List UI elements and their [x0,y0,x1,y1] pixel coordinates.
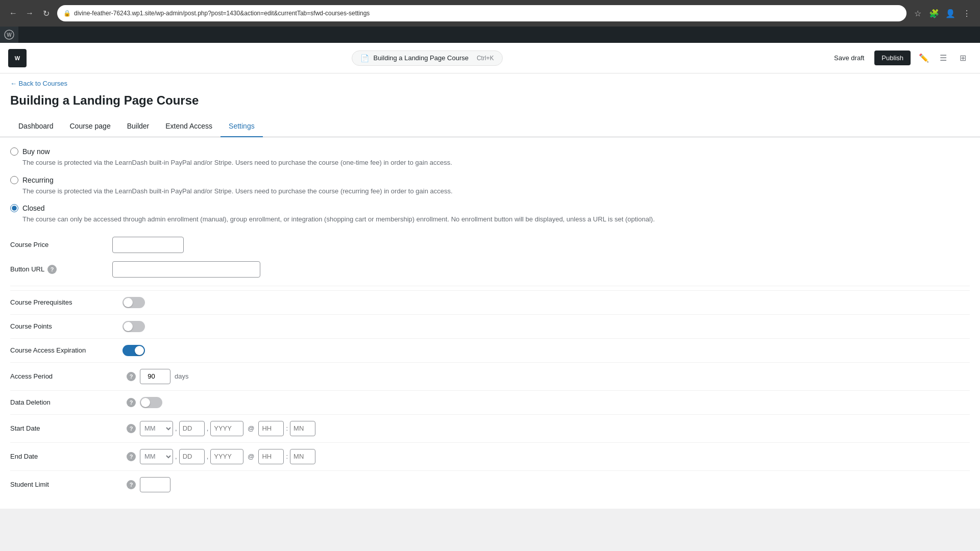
keyboard-shortcut: Ctrl+K [477,55,494,62]
course-access-expiration-control [122,345,145,356]
access-period-input[interactable] [140,369,170,384]
editor-view-buttons: ✏️ ☰ ⊞ [915,49,972,67]
browser-chrome: ← → ↻ 🔒 divine-feather-76243.wp1.site/wp… [0,0,980,27]
course-tabs: Dashboard Course page Builder Extend Acc… [0,116,980,137]
buy-now-radio[interactable] [10,147,18,156]
recurring-option: Recurring The course is protected via th… [10,176,970,196]
document-icon: 📄 [360,54,369,62]
post-title-bar: 📄 Building a Landing Page Course Ctrl+K [33,51,822,66]
start-date-hh-input[interactable] [258,421,284,436]
course-prerequisites-control [122,297,145,308]
tab-dashboard[interactable]: Dashboard [10,116,62,137]
wp-editor-logo: W [8,49,27,67]
course-prerequisites-label: Course Prerequisites [10,298,122,306]
lock-icon: 🔒 [63,10,71,17]
days-label: days [175,372,188,380]
button-url-help-icon[interactable]: ? [47,265,57,274]
publish-button[interactable]: Publish [874,51,911,65]
post-title-pill[interactable]: 📄 Building a Landing Page Course Ctrl+K [352,51,502,66]
student-limit-input[interactable] [140,477,170,492]
student-limit-help-icon[interactable]: ? [127,480,136,489]
course-points-label: Course Points [10,322,122,330]
start-date-mn-input[interactable] [290,421,315,436]
start-date-dd-input[interactable] [179,421,205,436]
post-title-text: Building a Landing Page Course [373,54,468,62]
extensions-icon[interactable]: 🧩 [927,6,941,20]
tab-extend-access[interactable]: Extend Access [157,116,220,137]
course-access-expiration-label: Course Access Expiration [10,346,122,354]
wp-admin-logo: W [0,27,18,43]
tab-settings[interactable]: Settings [220,116,263,137]
course-content: ← Back to Courses Building a Landing Pag… [0,73,980,509]
buy-now-label[interactable]: Buy now [22,147,50,156]
browser-nav-buttons: ← → ↻ [6,6,53,20]
button-url-label-row: Button URL ? [10,265,112,274]
start-date-label: Start Date [10,424,122,432]
course-points-row: Course Points [10,314,970,338]
tab-builder[interactable]: Builder [119,116,158,137]
save-draft-button[interactable]: Save draft [828,51,870,65]
end-date-label: End Date [10,453,122,460]
back-button[interactable]: ← [6,6,20,20]
start-date-mm-select[interactable]: MM [140,421,173,436]
settings-content: Buy now The course is protected via the … [0,137,980,509]
end-date-mm-select[interactable]: MM [140,449,173,464]
start-date-yyyy-input[interactable] [210,421,243,436]
course-access-expiration-toggle[interactable] [122,345,145,356]
end-date-row: End Date ? MM , , @ : [10,442,970,470]
recurring-label[interactable]: Recurring [22,176,54,184]
access-period-help-icon[interactable]: ? [127,372,136,381]
forward-button[interactable]: → [22,6,37,20]
svg-text:W: W [15,55,20,61]
end-date-help-icon[interactable]: ? [127,452,136,461]
course-access-expiration-row: Course Access Expiration [10,338,970,362]
columns-view-button[interactable]: ⊞ [953,49,972,67]
course-prerequisites-row: Course Prerequisites [10,290,970,314]
editor-actions: Save draft Publish ✏️ ☰ ⊞ [828,49,972,67]
course-price-input[interactable] [112,237,184,253]
course-points-toggle[interactable] [122,321,145,332]
menu-icon[interactable]: ⋮ [960,6,974,20]
toggle-knob [124,322,133,331]
toggle-knob [141,398,150,407]
browser-actions: ☆ 🧩 👤 ⋮ [911,6,974,20]
button-url-input[interactable] [112,261,260,278]
svg-text:W: W [7,32,12,38]
refresh-button[interactable]: ↻ [39,6,53,20]
address-bar[interactable]: 🔒 divine-feather-76243.wp1.site/wp-admin… [57,5,906,21]
closed-label[interactable]: Closed [22,204,45,212]
end-date-inputs: MM , , @ : [140,449,315,464]
start-date-inputs: MM , , @ : [140,421,315,436]
course-price-label: Course Price [10,241,112,248]
start-date-help-icon[interactable]: ? [127,424,136,433]
profile-icon[interactable]: 👤 [943,6,958,20]
course-prerequisites-toggle[interactable] [122,297,145,308]
recurring-description: The course is protected via the LearnDas… [10,186,970,196]
student-limit-label: Student Limit [10,481,122,488]
data-deletion-label: Data Deletion [10,398,122,406]
closed-radio[interactable] [10,204,18,212]
back-to-courses-link[interactable]: ← Back to Courses [0,73,980,89]
recurring-radio[interactable] [10,176,18,184]
edit-view-button[interactable]: ✏️ [915,49,933,67]
end-date-yyyy-input[interactable] [210,449,243,464]
access-period-row: Access Period ? days [10,362,970,390]
button-url-label: Button URL [10,265,44,273]
data-deletion-help-icon[interactable]: ? [127,398,136,407]
toggle-knob [124,298,133,307]
data-deletion-row: Data Deletion ? [10,390,970,414]
tab-course-page[interactable]: Course page [62,116,119,137]
course-title: Building a Landing Page Course [0,89,980,116]
start-date-row: Start Date ? MM , , @ : [10,414,970,442]
closed-option: Closed The course can only be accessed t… [10,204,970,224]
closed-description: The course can only be accessed through … [10,214,970,224]
access-period-label: Access Period [10,372,122,380]
end-date-hh-input[interactable] [258,449,284,464]
course-points-control [122,321,145,332]
end-date-mn-input[interactable] [290,449,315,464]
bookmark-icon[interactable]: ☆ [911,6,925,20]
data-deletion-toggle[interactable] [140,397,162,408]
list-view-button[interactable]: ☰ [934,49,952,67]
end-date-dd-input[interactable] [179,449,205,464]
buy-now-option: Buy now The course is protected via the … [10,147,970,168]
